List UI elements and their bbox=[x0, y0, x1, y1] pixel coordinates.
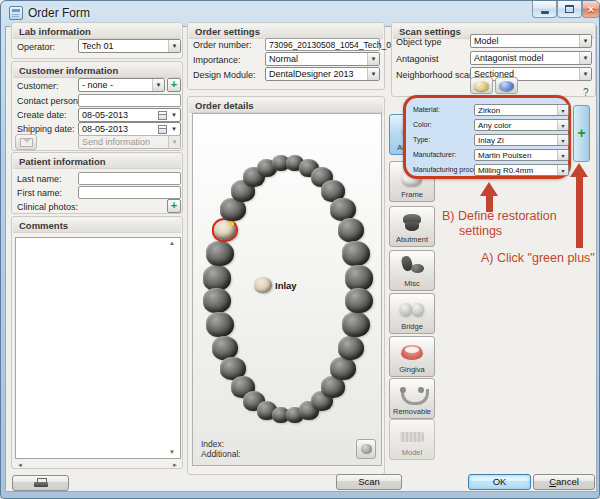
tooth[interactable] bbox=[342, 312, 370, 337]
manufacturing-process-value: Milling R0.4mm bbox=[475, 166, 557, 175]
tooth[interactable] bbox=[345, 265, 373, 290]
index-label: Index: bbox=[201, 439, 224, 449]
manufacturing-process-dropdown[interactable]: Milling R0.4mm▾ bbox=[474, 164, 569, 176]
contact-person-field[interactable] bbox=[78, 94, 181, 107]
chevron-down-icon: ▾ bbox=[557, 135, 568, 145]
close-icon: × bbox=[588, 2, 594, 17]
category-button-misc[interactable]: Misc bbox=[389, 250, 435, 291]
send-information-dropdown: Send information▾ bbox=[78, 135, 181, 149]
order-number-label: Order number: bbox=[193, 40, 252, 50]
comments-textarea[interactable] bbox=[15, 237, 181, 459]
maximize-button[interactable] bbox=[557, 1, 582, 18]
chevron-down-icon: ▾ bbox=[579, 52, 591, 64]
scroll-down-icon[interactable]: ▼ bbox=[169, 449, 175, 455]
printer-icon bbox=[34, 478, 48, 488]
add-clinical-photo-button[interactable]: + bbox=[167, 199, 181, 213]
minimize-button[interactable] bbox=[532, 1, 557, 18]
chevron-down-icon: ▾ bbox=[168, 109, 180, 121]
chevron-down-icon: ▾ bbox=[367, 68, 379, 80]
category-button-gingiva[interactable]: Gingiva bbox=[389, 336, 435, 377]
tooth[interactable] bbox=[203, 265, 231, 290]
category-button-bridge[interactable]: Bridge bbox=[389, 293, 435, 334]
chevron-down-icon: ▾ bbox=[367, 53, 379, 65]
tooth[interactable] bbox=[330, 357, 356, 380]
scroll-left-icon[interactable]: ◄ bbox=[17, 462, 23, 468]
operator-label: Operator: bbox=[17, 42, 55, 52]
material-dropdown[interactable]: Zirkon▾ bbox=[474, 104, 569, 116]
category-button-removable[interactable]: Removable bbox=[389, 378, 435, 419]
tooth[interactable] bbox=[338, 336, 365, 360]
ok-button[interactable]: OK bbox=[468, 474, 531, 490]
comments-group: Comments ▲ ▼ ◄ ► bbox=[11, 216, 183, 469]
category-label: Model bbox=[390, 448, 434, 457]
importance-dropdown[interactable]: Normal▾ bbox=[265, 52, 380, 66]
bridge-icon bbox=[398, 297, 426, 323]
tooth[interactable] bbox=[338, 218, 365, 242]
selected-tooth[interactable] bbox=[212, 218, 239, 242]
shipping-date-field[interactable]: 08-05-2013▾ bbox=[78, 122, 181, 136]
tooth[interactable] bbox=[212, 336, 239, 360]
category-label: Removable bbox=[390, 407, 434, 416]
scroll-right-icon[interactable]: ► bbox=[172, 462, 178, 468]
antagonist-dropdown[interactable]: Antagonist model▾ bbox=[470, 51, 592, 65]
color-value: Any color bbox=[475, 121, 557, 130]
close-button[interactable]: × bbox=[582, 1, 600, 18]
scan-model-tan-button[interactable] bbox=[470, 77, 493, 94]
add-customer-button[interactable]: + bbox=[167, 78, 181, 92]
scan-settings-group: Scan settings Object type Model▾ Antagon… bbox=[391, 22, 596, 97]
chevron-down-icon: ▾ bbox=[152, 79, 164, 91]
color-dropdown[interactable]: Any color▾ bbox=[474, 119, 569, 131]
tooth[interactable] bbox=[345, 288, 373, 313]
tan-model-icon bbox=[474, 81, 489, 91]
first-name-field[interactable] bbox=[78, 186, 181, 199]
object-type-dropdown[interactable]: Model▾ bbox=[470, 34, 592, 48]
tooth[interactable] bbox=[342, 241, 370, 266]
inlay-label: Inlay bbox=[275, 280, 297, 291]
clinical-photos-label: Clinical photos: bbox=[17, 202, 78, 212]
annotation-arrow-a-head bbox=[570, 163, 588, 177]
annotation-arrow-a-shaft bbox=[576, 176, 583, 248]
tooth[interactable] bbox=[203, 288, 231, 313]
color-label: Color: bbox=[413, 121, 432, 128]
add-restoration-button[interactable]: + bbox=[573, 105, 590, 162]
create-date-label: Create date: bbox=[17, 110, 67, 120]
send-information-button[interactable] bbox=[15, 134, 37, 150]
annotation-b-line1: B) Define restoration bbox=[442, 209, 557, 223]
cancel-button[interactable]: Cancel bbox=[533, 474, 595, 490]
operator-dropdown[interactable]: Tech 01▾ bbox=[78, 39, 181, 53]
category-button-model: Model bbox=[389, 419, 435, 460]
create-date-field[interactable]: 08-05-2013▾ bbox=[78, 108, 181, 122]
manufacturer-dropdown[interactable]: Martin Poulsen▾ bbox=[474, 149, 569, 161]
print-button[interactable] bbox=[12, 475, 69, 491]
design-module-dropdown[interactable]: DentalDesigner 2013▾ bbox=[265, 67, 380, 81]
help-button[interactable]: ? bbox=[583, 87, 589, 98]
tooth[interactable] bbox=[206, 241, 234, 266]
chevron-down-icon: ▾ bbox=[579, 35, 591, 47]
app-icon bbox=[9, 6, 23, 20]
last-name-label: Last name: bbox=[17, 174, 62, 184]
customer-information-group: Customer information Customer: - none -▾… bbox=[11, 61, 183, 151]
chart-corner-button[interactable] bbox=[356, 439, 376, 459]
customer-dropdown[interactable]: - none -▾ bbox=[78, 78, 165, 92]
design-module-label: Design Module: bbox=[193, 70, 256, 80]
last-name-field[interactable] bbox=[78, 172, 181, 185]
order-number-field[interactable]: 73096_20130508_1054_Tech_01 bbox=[265, 38, 380, 51]
type-dropdown[interactable]: Inlay Zi▾ bbox=[474, 134, 569, 146]
order-details-header: Order details bbox=[189, 98, 383, 113]
chevron-down-icon: ▾ bbox=[579, 68, 591, 80]
scan-model-blue-button[interactable] bbox=[495, 77, 518, 94]
category-button-abutment[interactable]: Abutment bbox=[389, 206, 435, 247]
maximize-icon bbox=[565, 5, 574, 13]
tooth[interactable] bbox=[206, 312, 234, 337]
type-label: Type: bbox=[413, 136, 430, 143]
blue-model-icon bbox=[499, 81, 514, 91]
order-form-window: Order Form × Lab information Operator: T… bbox=[0, 0, 600, 499]
chevron-down-icon: ▾ bbox=[168, 123, 180, 135]
scroll-up-icon[interactable]: ▲ bbox=[169, 240, 175, 246]
inlay-tooth-icon[interactable] bbox=[254, 277, 272, 293]
order-settings-group: Order settings Order number: 73096_20130… bbox=[187, 22, 385, 90]
scan-button[interactable]: Scan bbox=[336, 474, 402, 490]
chevron-down-icon: ▾ bbox=[557, 105, 568, 115]
category-label: Bridge bbox=[390, 322, 434, 331]
window-title: Order Form bbox=[28, 6, 90, 20]
